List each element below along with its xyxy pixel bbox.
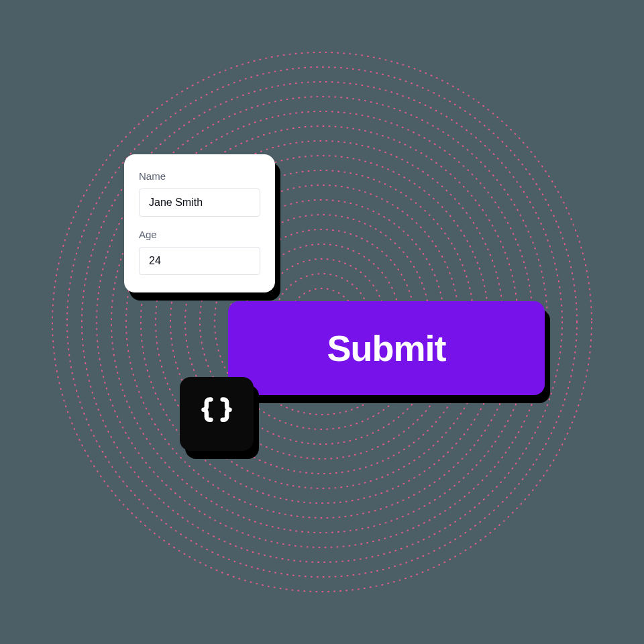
- curly-braces-icon: [199, 395, 234, 433]
- name-input[interactable]: [139, 189, 260, 217]
- age-label: Age: [139, 229, 260, 240]
- code-tile: [180, 377, 254, 451]
- age-input[interactable]: [139, 247, 260, 275]
- submit-button[interactable]: Submit: [228, 301, 545, 395]
- name-label: Name: [139, 170, 260, 182]
- form-card: Name Age: [124, 154, 275, 292]
